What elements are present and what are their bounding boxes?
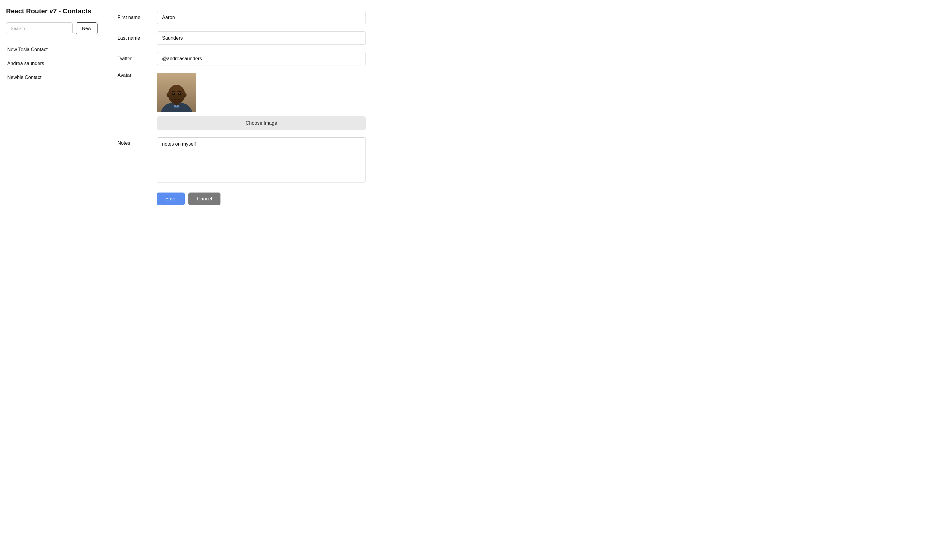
contact-list: New Tesla ContactAndrea saundersNewbie C… — [6, 43, 97, 85]
last-name-input[interactable] — [157, 31, 366, 45]
search-row: New — [6, 22, 97, 34]
svg-point-9 — [173, 93, 174, 94]
svg-point-11 — [166, 92, 170, 97]
save-button[interactable]: Save — [157, 192, 185, 205]
avatar-label: Avatar — [117, 73, 151, 78]
app-title: React Router v7 - Contacts — [6, 7, 97, 15]
svg-point-7 — [172, 93, 175, 95]
twitter-row: Twitter — [117, 52, 366, 65]
first-name-input[interactable] — [157, 11, 366, 24]
edit-form: First name Last name Twitter Avatar — [117, 11, 366, 205]
avatar-image — [157, 73, 196, 112]
new-button[interactable]: New — [76, 22, 97, 34]
avatar — [157, 73, 196, 112]
twitter-label: Twitter — [117, 56, 151, 62]
choose-image-button[interactable]: Choose Image — [157, 116, 366, 130]
notes-label: Notes — [117, 137, 151, 146]
svg-point-6 — [171, 86, 182, 94]
search-input[interactable] — [6, 22, 73, 34]
first-name-label: First name — [117, 15, 151, 20]
main-content: First name Last name Twitter Avatar — [103, 0, 940, 560]
notes-row: Notes — [117, 137, 366, 183]
last-name-row: Last name — [117, 31, 366, 45]
action-row: Save Cancel — [157, 192, 366, 205]
notes-textarea[interactable] — [157, 137, 366, 183]
twitter-input[interactable] — [157, 52, 366, 65]
svg-rect-2 — [166, 105, 187, 112]
notes-section: Notes — [117, 137, 366, 183]
svg-point-8 — [178, 93, 181, 95]
first-name-row: First name — [117, 11, 366, 24]
sidebar: React Router v7 - Contacts New New Tesla… — [0, 0, 103, 560]
svg-point-12 — [183, 92, 186, 97]
contact-item-new-tesla[interactable]: New Tesla Contact — [6, 43, 97, 57]
avatar-row: Avatar — [117, 73, 366, 112]
avatar-section: Avatar — [117, 73, 366, 130]
contact-item-newbie[interactable]: Newbie Contact — [6, 71, 97, 85]
contact-item-andrea[interactable]: Andrea saunders — [6, 57, 97, 71]
last-name-label: Last name — [117, 35, 151, 41]
svg-point-10 — [179, 93, 180, 94]
cancel-button[interactable]: Cancel — [188, 192, 220, 205]
